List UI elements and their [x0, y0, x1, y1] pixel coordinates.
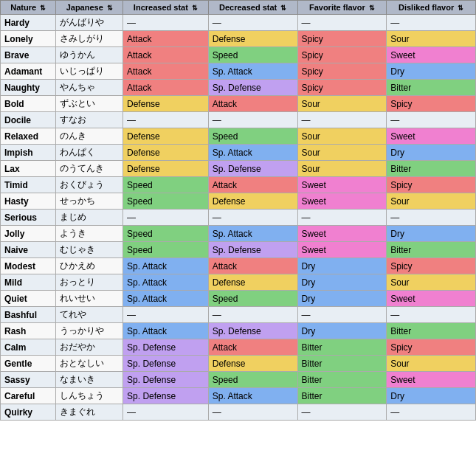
fav-flavor-cell: Sour — [297, 161, 387, 177]
table-row: Hasty せっかち Speed Defense Sweet Sour — [1, 193, 476, 210]
nature-cell: Docile — [1, 112, 56, 128]
inc-stat-cell: — — [123, 112, 209, 128]
inc-stat-cell: Attack — [123, 31, 209, 47]
dec-stat-cell: Sp. Attack — [208, 226, 297, 242]
dec-stat-cell: Sp. Attack — [208, 388, 297, 404]
japanese-cell: わんぱく — [56, 145, 123, 161]
inc-stat-cell: Speed — [123, 226, 209, 242]
japanese-cell: れいせい — [56, 291, 123, 307]
japanese-cell: さみしがり — [56, 31, 123, 47]
table-row: Lonely さみしがり Attack Defense Spicy Sour — [1, 31, 476, 47]
nature-cell: Naive — [1, 242, 56, 258]
fav-flavor-cell: Bitter — [297, 372, 387, 388]
fav-flavor-cell: Sour — [297, 128, 387, 145]
nature-cell: Mild — [1, 274, 56, 291]
table-row: Serious まじめ — — — — — [1, 210, 476, 226]
dec-stat-cell: Sp. Defense — [208, 80, 297, 96]
dis-flavor-cell: Dry — [387, 63, 476, 80]
header-nature-label: Nature — [10, 3, 36, 12]
table-row: Careful しんちょう Sp. Defense Sp. Attack Bit… — [1, 388, 476, 404]
fav-flavor-cell: Bitter — [297, 388, 387, 404]
nature-cell: Naughty — [1, 80, 56, 96]
dec-stat-cell: Defense — [208, 274, 297, 291]
table-row: Relaxed のんき Defense Speed Sour Sweet — [1, 128, 476, 145]
dec-stat-cell: — — [208, 15, 297, 31]
nature-cell: Lax — [1, 161, 56, 177]
table-row: Jolly ようき Speed Sp. Attack Sweet Dry — [1, 226, 476, 242]
table-row: Naive むじゃき Speed Sp. Defense Sweet Bitte… — [1, 242, 476, 258]
nature-cell: Hardy — [1, 15, 56, 31]
table-row: Impish わんぱく Defense Sp. Attack Sour Dry — [1, 145, 476, 161]
sort-icon[interactable]: ⇅ — [192, 4, 198, 12]
japanese-cell: せっかち — [56, 193, 123, 210]
japanese-cell: てれや — [56, 307, 123, 323]
fav-flavor-cell: Sweet — [297, 242, 387, 258]
nature-cell: Calm — [1, 339, 56, 356]
sort-icon[interactable]: ⇅ — [40, 4, 46, 12]
dec-stat-cell: Sp. Defense — [208, 323, 297, 339]
fav-flavor-cell: Dry — [297, 274, 387, 291]
japanese-cell: ようき — [56, 226, 123, 242]
table-row: Docile すなお — — — — — [1, 112, 476, 128]
japanese-cell: おっとり — [56, 274, 123, 291]
sort-icon[interactable]: ⇅ — [369, 4, 375, 12]
inc-stat-cell: Speed — [123, 177, 209, 193]
nature-cell: Sassy — [1, 372, 56, 388]
inc-stat-cell: Defense — [123, 145, 209, 161]
dec-stat-cell: Attack — [208, 339, 297, 356]
dis-flavor-cell: Sweet — [387, 291, 476, 307]
table-row: Rash うっかりや Sp. Attack Sp. Defense Dry Bi… — [1, 323, 476, 339]
header-dec-stat: Decreased stat ⇅ — [208, 1, 297, 15]
header-dis-label: Disliked flavor — [399, 3, 454, 12]
inc-stat-cell: Attack — [123, 47, 209, 63]
fav-flavor-cell: — — [297, 307, 387, 323]
dis-flavor-cell: Sour — [387, 31, 476, 47]
dis-flavor-cell: Spicy — [387, 96, 476, 112]
dis-flavor-cell: Sour — [387, 274, 476, 291]
sort-icon[interactable]: ⇅ — [107, 4, 113, 12]
header-japanese: Japanese ⇅ — [56, 1, 123, 15]
japanese-cell: まじめ — [56, 210, 123, 226]
header-fav-label: Favorite flavor — [309, 3, 365, 12]
header-dis-flavor: Disliked flavor ⇅ — [387, 1, 476, 15]
inc-stat-cell: Sp. Defense — [123, 356, 209, 372]
table-row: Adamant いじっぱり Attack Sp. Attack Spicy Dr… — [1, 63, 476, 80]
japanese-cell: やんちゃ — [56, 80, 123, 96]
inc-stat-cell: Sp. Defense — [123, 388, 209, 404]
dis-flavor-cell: Bitter — [387, 80, 476, 96]
dis-flavor-cell: — — [387, 112, 476, 128]
nature-cell: Jolly — [1, 226, 56, 242]
dec-stat-cell: — — [208, 307, 297, 323]
japanese-cell: いじっぱり — [56, 63, 123, 80]
nature-cell: Impish — [1, 145, 56, 161]
dis-flavor-cell: Sour — [387, 193, 476, 210]
dis-flavor-cell: Spicy — [387, 258, 476, 274]
table-row: Quirky きまぐれ — — — — — [1, 404, 476, 421]
inc-stat-cell: Defense — [123, 161, 209, 177]
fav-flavor-cell: — — [297, 15, 387, 31]
dec-stat-cell: Sp. Defense — [208, 242, 297, 258]
header-fav-flavor: Favorite flavor ⇅ — [297, 1, 387, 15]
dec-stat-cell: Defense — [208, 193, 297, 210]
sort-icon[interactable]: ⇅ — [458, 4, 463, 12]
inc-stat-cell: Sp. Defense — [123, 372, 209, 388]
dec-stat-cell: Speed — [208, 47, 297, 63]
dec-stat-cell: Speed — [208, 128, 297, 145]
inc-stat-cell: Speed — [123, 242, 209, 258]
japanese-cell: うっかりや — [56, 323, 123, 339]
table-row: Gentle おとなしい Sp. Defense Defense Bitter … — [1, 356, 476, 372]
dec-stat-cell: Defense — [208, 31, 297, 47]
dec-stat-cell: Sp. Defense — [208, 161, 297, 177]
japanese-cell: おとなしい — [56, 356, 123, 372]
nature-cell: Quirky — [1, 404, 56, 421]
dec-stat-cell: — — [208, 404, 297, 421]
nature-cell: Bold — [1, 96, 56, 112]
fav-flavor-cell: Sour — [297, 96, 387, 112]
dis-flavor-cell: Spicy — [387, 177, 476, 193]
table-row: Modest ひかえめ Sp. Attack Attack Dry Spicy — [1, 258, 476, 274]
nature-cell: Rash — [1, 323, 56, 339]
fav-flavor-cell: Spicy — [297, 80, 387, 96]
sort-icon[interactable]: ⇅ — [280, 4, 286, 12]
table-row: Calm おだやか Sp. Defense Attack Bitter Spic… — [1, 339, 476, 356]
header-inc-stat: Increased stat ⇅ — [123, 1, 209, 15]
